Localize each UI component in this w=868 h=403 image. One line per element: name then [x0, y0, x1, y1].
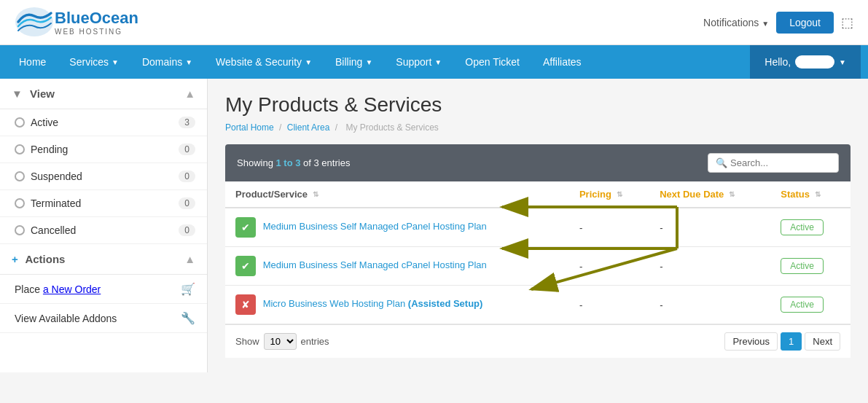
show-entries: Show 10 25 50 entries: [235, 333, 329, 350]
table-wrapper: Product/Service ⇅ Pricing ⇅ Next Due Dat…: [225, 181, 851, 324]
radio-active: [15, 117, 25, 128]
next-page-button[interactable]: Next: [805, 332, 840, 351]
breadcrumb-current: My Products & Services: [345, 122, 438, 133]
filter-cancelled[interactable]: Cancelled 0: [0, 217, 207, 244]
product-link-1[interactable]: Medium Business Self Managed cPanel Host…: [263, 221, 487, 232]
brand-sub: WEB HOSTING: [55, 28, 138, 36]
plus-icon: +: [12, 253, 18, 265]
caret-icon: ▼: [762, 20, 769, 28]
top-right-actions: Notifications ▼ Logout ⬚: [703, 12, 853, 34]
product-cell-2: ✔ Medium Business Self Managed cPanel Ho…: [225, 247, 569, 286]
status-badge-1[interactable]: Active: [781, 219, 824, 235]
search-box[interactable]: 🔍: [708, 153, 839, 173]
notifications-button[interactable]: Notifications ▼: [703, 17, 769, 28]
table-row: ✔ Medium Business Self Managed cPanel Ho…: [225, 247, 851, 286]
action-place-order[interactable]: Place a New Order 🛒: [0, 275, 207, 304]
sort-pricing-icon[interactable]: ⇅: [617, 190, 622, 198]
cart-icon: 🛒: [181, 282, 195, 296]
brand-name: BlueOcean: [55, 9, 138, 27]
radio-cancelled: [15, 225, 25, 235]
logo-icon: [15, 6, 55, 39]
logout-button[interactable]: Logout: [776, 12, 834, 34]
status-badge-2[interactable]: Active: [781, 258, 824, 274]
service-icon-red-3: ✘: [235, 294, 256, 315]
showing-text: Showing 1 to 3 of 3 entries: [237, 157, 350, 168]
billing-caret: ▼: [365, 58, 372, 66]
nav-billing[interactable]: Billing ▼: [324, 45, 384, 79]
status-cell-2: Active: [770, 247, 851, 286]
actions-header[interactable]: + Actions ▲: [0, 244, 207, 275]
nav-services[interactable]: Services ▼: [58, 45, 130, 79]
nav-bar: Home Services ▼ Domains ▼ Website & Secu…: [0, 45, 868, 79]
status-badge-3[interactable]: Active: [781, 297, 824, 313]
pricing-cell-2: -: [569, 247, 649, 286]
pricing-cell-3: -: [569, 286, 649, 324]
product-link-2[interactable]: Medium Business Self Managed cPanel Host…: [263, 259, 487, 270]
radio-terminated: [15, 198, 25, 208]
action-view-addons[interactable]: View Available Addons 🔧: [0, 304, 207, 333]
sidebar: ▼ View ▲ Active 3 Pending 0 Suspended: [0, 79, 208, 372]
table-row: ✔ Medium Business Self Managed cPanel Ho…: [225, 208, 851, 247]
breadcrumb-sep2: /: [335, 122, 337, 133]
date-cell-1: -: [649, 208, 770, 247]
breadcrumb-sep1: /: [279, 122, 281, 133]
filter-pending[interactable]: Pending 0: [0, 136, 207, 163]
table-footer: Show 10 25 50 entries Previous 1 Next: [225, 324, 851, 358]
col-pricing: Pricing ⇅: [569, 181, 649, 208]
nav-domains[interactable]: Domains ▼: [130, 45, 204, 79]
status-cell-3: Active: [770, 286, 851, 324]
col-product: Product/Service ⇅: [225, 181, 569, 208]
date-cell-2: -: [649, 247, 770, 286]
search-icon: 🔍: [716, 157, 727, 168]
main-layout: ▼ View ▲ Active 3 Pending 0 Suspended: [0, 79, 868, 372]
addons-icon: 🔧: [181, 311, 195, 325]
breadcrumb-portal-home[interactable]: Portal Home: [225, 122, 274, 133]
view-filter-header[interactable]: ▼ View ▲: [0, 79, 207, 109]
table-row: ✘ Micro Business Web Hosting Plan (Assis…: [225, 286, 851, 324]
service-icon-green-1: ✔: [235, 217, 256, 238]
page-1-button[interactable]: 1: [781, 332, 802, 351]
search-input[interactable]: [730, 157, 831, 168]
filter-terminated[interactable]: Terminated 0: [0, 190, 207, 217]
product-link-3[interactable]: Micro Business Web Hosting Plan (Assiste…: [263, 298, 483, 309]
nav-support[interactable]: Support ▼: [384, 45, 453, 79]
pagination: Previous 1 Next: [724, 332, 840, 351]
col-due-date: Next Due Date ⇅: [649, 181, 770, 208]
nav-home[interactable]: Home: [7, 45, 58, 79]
hello-caret: ▼: [839, 58, 846, 66]
radio-pending: [15, 144, 25, 154]
sort-product-icon[interactable]: ⇅: [313, 190, 318, 198]
date-cell-3: -: [649, 286, 770, 324]
filter-suspended[interactable]: Suspended 0: [0, 163, 207, 190]
col-status: Status ⇅: [770, 181, 851, 208]
new-order-link[interactable]: a New Order: [43, 283, 101, 295]
prev-page-button[interactable]: Previous: [724, 332, 778, 351]
sort-status-icon[interactable]: ⇅: [815, 190, 821, 198]
logo: BlueOcean WEB HOSTING: [15, 6, 138, 39]
service-icon-green-2: ✔: [235, 256, 256, 276]
domains-caret: ▼: [185, 58, 192, 66]
exit-icon[interactable]: ⬚: [841, 15, 853, 31]
view-collapse-icon: ▲: [184, 87, 195, 100]
actions-collapse-icon: ▲: [184, 253, 195, 265]
breadcrumb-client-area[interactable]: Client Area: [287, 122, 330, 133]
services-table: Product/Service ⇅ Pricing ⇅ Next Due Dat…: [225, 181, 851, 324]
hello-user: [795, 55, 834, 69]
pricing-cell-1: -: [569, 208, 649, 247]
entries-select[interactable]: 10 25 50: [264, 333, 297, 350]
product-cell-1: ✔ Medium Business Self Managed cPanel Ho…: [225, 208, 569, 247]
filter-active[interactable]: Active 3: [0, 109, 207, 136]
nav-open-ticket[interactable]: Open Ticket: [453, 45, 531, 79]
website-caret: ▼: [305, 58, 312, 66]
support-caret: ▼: [434, 58, 442, 66]
sort-date-icon[interactable]: ⇅: [729, 190, 735, 198]
nav-hello: Hello, ▼: [750, 45, 861, 79]
status-cell-1: Active: [770, 208, 851, 247]
services-caret: ▼: [112, 58, 119, 66]
svg-point-0: [15, 7, 53, 36]
nav-website-security[interactable]: Website & Security ▼: [204, 45, 324, 79]
content-area: My Products & Services Portal Home / Cli…: [208, 79, 868, 372]
nav-affiliates[interactable]: Affiliates: [531, 45, 593, 79]
table-header-bar: Showing 1 to 3 of 3 entries 🔍: [225, 144, 851, 181]
breadcrumb: Portal Home / Client Area / My Products …: [225, 122, 851, 133]
